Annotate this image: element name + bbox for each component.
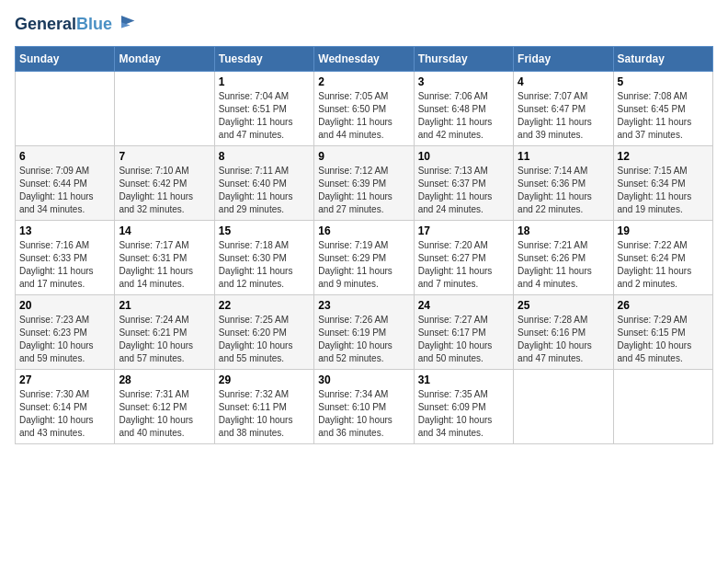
- day-info: Sunrise: 7:11 AMSunset: 6:40 PMDaylight:…: [219, 165, 310, 216]
- day-info: Sunrise: 7:10 AMSunset: 6:42 PMDaylight:…: [119, 165, 210, 216]
- day-number: 12: [618, 150, 709, 163]
- day-number: 19: [618, 224, 709, 237]
- day-info: Sunrise: 7:34 AMSunset: 6:10 PMDaylight:…: [318, 388, 409, 440]
- calendar-week-row: 1Sunrise: 7:04 AMSunset: 6:51 PMDaylight…: [16, 71, 713, 145]
- calendar-cell: 8Sunrise: 7:11 AMSunset: 6:40 PMDaylight…: [214, 145, 313, 220]
- day-info: Sunrise: 7:21 AMSunset: 6:26 PMDaylight:…: [518, 239, 609, 291]
- day-number: 2: [318, 75, 409, 88]
- calendar-week-row: 27Sunrise: 7:30 AMSunset: 6:14 PMDayligh…: [16, 369, 713, 443]
- calendar-cell: 13Sunrise: 7:16 AMSunset: 6:33 PMDayligh…: [16, 220, 115, 294]
- day-number: 3: [418, 75, 509, 88]
- day-number: 7: [119, 150, 210, 163]
- day-info: Sunrise: 7:06 AMSunset: 6:48 PMDaylight:…: [418, 90, 509, 142]
- day-info: Sunrise: 7:20 AMSunset: 6:27 PMDaylight:…: [418, 239, 509, 291]
- calendar-cell: 16Sunrise: 7:19 AMSunset: 6:29 PMDayligh…: [314, 220, 414, 294]
- day-info: Sunrise: 7:23 AMSunset: 6:23 PMDaylight:…: [19, 314, 110, 365]
- day-info: Sunrise: 7:22 AMSunset: 6:24 PMDaylight:…: [618, 239, 709, 291]
- weekday-header: Wednesday: [314, 46, 414, 71]
- weekday-header: Sunday: [16, 46, 115, 71]
- day-number: 20: [19, 299, 110, 312]
- day-info: Sunrise: 7:25 AMSunset: 6:20 PMDaylight:…: [219, 314, 310, 365]
- day-info: Sunrise: 7:24 AMSunset: 6:21 PMDaylight:…: [119, 314, 210, 365]
- calendar-cell: 2Sunrise: 7:05 AMSunset: 6:50 PMDaylight…: [314, 71, 414, 145]
- day-info: Sunrise: 7:12 AMSunset: 6:39 PMDaylight:…: [318, 165, 409, 216]
- weekday-header: Tuesday: [214, 46, 313, 71]
- calendar-cell: 10Sunrise: 7:13 AMSunset: 6:37 PMDayligh…: [414, 145, 513, 220]
- day-number: 5: [618, 75, 709, 88]
- day-info: Sunrise: 7:17 AMSunset: 6:31 PMDaylight:…: [119, 239, 210, 291]
- day-info: Sunrise: 7:29 AMSunset: 6:15 PMDaylight:…: [618, 314, 709, 365]
- day-info: Sunrise: 7:08 AMSunset: 6:45 PMDaylight:…: [618, 90, 709, 142]
- day-number: 9: [318, 150, 409, 163]
- calendar-cell: 20Sunrise: 7:23 AMSunset: 6:23 PMDayligh…: [16, 294, 115, 369]
- calendar-cell: 26Sunrise: 7:29 AMSunset: 6:15 PMDayligh…: [613, 294, 712, 369]
- calendar-cell: 15Sunrise: 7:18 AMSunset: 6:30 PMDayligh…: [214, 220, 313, 294]
- day-info: Sunrise: 7:09 AMSunset: 6:44 PMDaylight:…: [19, 165, 110, 216]
- calendar-cell: 1Sunrise: 7:04 AMSunset: 6:51 PMDaylight…: [214, 71, 313, 145]
- day-info: Sunrise: 7:14 AMSunset: 6:36 PMDaylight:…: [518, 165, 609, 216]
- day-number: 1: [219, 75, 310, 88]
- weekday-header: Monday: [115, 46, 214, 71]
- day-info: Sunrise: 7:32 AMSunset: 6:11 PMDaylight:…: [219, 388, 310, 440]
- day-number: 4: [518, 75, 609, 88]
- day-number: 15: [219, 224, 310, 237]
- calendar-cell: 18Sunrise: 7:21 AMSunset: 6:26 PMDayligh…: [514, 220, 613, 294]
- calendar-cell: 27Sunrise: 7:30 AMSunset: 6:14 PMDayligh…: [16, 369, 115, 443]
- day-number: 22: [219, 299, 310, 312]
- day-number: 18: [518, 224, 609, 237]
- day-number: 30: [318, 373, 409, 386]
- day-number: 23: [318, 299, 409, 312]
- weekday-header: Saturday: [613, 46, 712, 71]
- calendar-cell: [514, 369, 613, 443]
- day-number: 27: [19, 373, 110, 386]
- calendar-cell: 6Sunrise: 7:09 AMSunset: 6:44 PMDaylight…: [16, 145, 115, 220]
- day-info: Sunrise: 7:04 AMSunset: 6:51 PMDaylight:…: [219, 90, 310, 142]
- day-info: Sunrise: 7:26 AMSunset: 6:19 PMDaylight:…: [318, 314, 409, 365]
- calendar-cell: 21Sunrise: 7:24 AMSunset: 6:21 PMDayligh…: [115, 294, 214, 369]
- day-info: Sunrise: 7:05 AMSunset: 6:50 PMDaylight:…: [318, 90, 409, 142]
- day-number: 29: [219, 373, 310, 386]
- day-number: 28: [119, 373, 210, 386]
- day-number: 26: [618, 299, 709, 312]
- day-number: 13: [19, 224, 110, 237]
- day-number: 21: [119, 299, 210, 312]
- calendar-cell: [613, 369, 712, 443]
- day-number: 31: [418, 373, 509, 386]
- calendar-cell: 4Sunrise: 7:07 AMSunset: 6:47 PMDaylight…: [514, 71, 613, 145]
- calendar-cell: 7Sunrise: 7:10 AMSunset: 6:42 PMDaylight…: [115, 145, 214, 220]
- logo-text: GeneralBlue: [15, 15, 112, 35]
- calendar-cell: 25Sunrise: 7:28 AMSunset: 6:16 PMDayligh…: [514, 294, 613, 369]
- calendar-week-row: 20Sunrise: 7:23 AMSunset: 6:23 PMDayligh…: [16, 294, 713, 369]
- day-info: Sunrise: 7:19 AMSunset: 6:29 PMDaylight:…: [318, 239, 409, 291]
- calendar-cell: 3Sunrise: 7:06 AMSunset: 6:48 PMDaylight…: [414, 71, 513, 145]
- day-number: 11: [518, 150, 609, 163]
- calendar-cell: 5Sunrise: 7:08 AMSunset: 6:45 PMDaylight…: [613, 71, 712, 145]
- calendar-table: SundayMondayTuesdayWednesdayThursdayFrid…: [15, 46, 713, 444]
- logo-icon: [114, 12, 136, 34]
- day-info: Sunrise: 7:35 AMSunset: 6:09 PMDaylight:…: [418, 388, 509, 440]
- calendar-cell: 23Sunrise: 7:26 AMSunset: 6:19 PMDayligh…: [314, 294, 414, 369]
- day-number: 16: [318, 224, 409, 237]
- calendar-header-row: SundayMondayTuesdayWednesdayThursdayFrid…: [16, 46, 713, 71]
- calendar-cell: 28Sunrise: 7:31 AMSunset: 6:12 PMDayligh…: [115, 369, 214, 443]
- day-number: 17: [418, 224, 509, 237]
- page-header: GeneralBlue: [15, 15, 713, 35]
- day-number: 25: [518, 299, 609, 312]
- calendar-cell: 12Sunrise: 7:15 AMSunset: 6:34 PMDayligh…: [613, 145, 712, 220]
- calendar-cell: 29Sunrise: 7:32 AMSunset: 6:11 PMDayligh…: [214, 369, 313, 443]
- calendar-cell: 9Sunrise: 7:12 AMSunset: 6:39 PMDaylight…: [314, 145, 414, 220]
- calendar-week-row: 6Sunrise: 7:09 AMSunset: 6:44 PMDaylight…: [16, 145, 713, 220]
- calendar-cell: [115, 71, 214, 145]
- day-info: Sunrise: 7:30 AMSunset: 6:14 PMDaylight:…: [19, 388, 110, 440]
- day-info: Sunrise: 7:27 AMSunset: 6:17 PMDaylight:…: [418, 314, 509, 365]
- calendar-cell: 30Sunrise: 7:34 AMSunset: 6:10 PMDayligh…: [314, 369, 414, 443]
- day-info: Sunrise: 7:07 AMSunset: 6:47 PMDaylight:…: [518, 90, 609, 142]
- day-number: 8: [219, 150, 310, 163]
- calendar-cell: 24Sunrise: 7:27 AMSunset: 6:17 PMDayligh…: [414, 294, 513, 369]
- calendar-week-row: 13Sunrise: 7:16 AMSunset: 6:33 PMDayligh…: [16, 220, 713, 294]
- weekday-header: Friday: [514, 46, 613, 71]
- logo: GeneralBlue: [15, 15, 136, 35]
- calendar-cell: 14Sunrise: 7:17 AMSunset: 6:31 PMDayligh…: [115, 220, 214, 294]
- day-info: Sunrise: 7:31 AMSunset: 6:12 PMDaylight:…: [119, 388, 210, 440]
- day-info: Sunrise: 7:18 AMSunset: 6:30 PMDaylight:…: [219, 239, 310, 291]
